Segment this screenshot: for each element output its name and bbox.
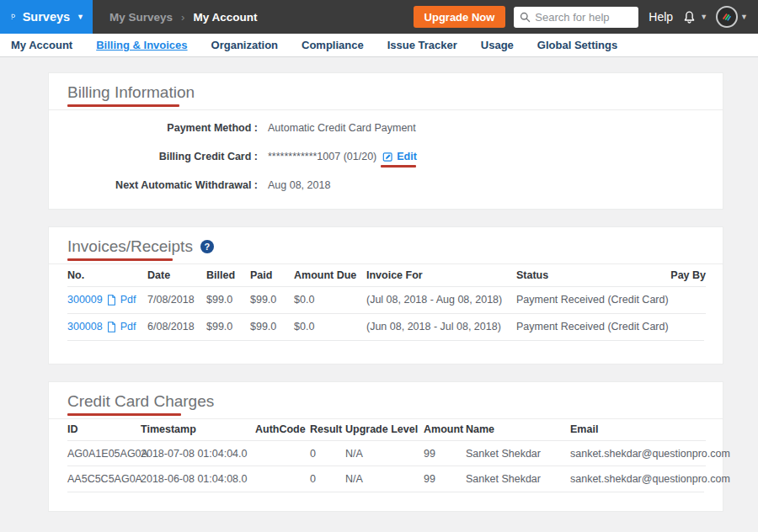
col-name: Name <box>466 419 570 441</box>
invoices-receipts-header: Invoices/Receipts? <box>49 227 723 264</box>
avatar-logo-icon <box>721 11 733 23</box>
col-upgrade-level: Upgrade Level <box>345 419 424 441</box>
red-annotation-underline <box>67 104 179 107</box>
col-status: Status <box>516 264 668 286</box>
edit-link[interactable]: Edit <box>397 151 417 162</box>
tab-my-account[interactable]: My Account <box>11 39 72 51</box>
charge-id: AG0A1E05AG0A <box>67 441 141 466</box>
next-withdrawal-row: Next Automatic Withdrawal : Aug 08, 2018 <box>67 171 704 200</box>
charge-authcode <box>255 441 310 466</box>
credit-card-charges-header: Credit Card Charges <box>49 382 723 419</box>
charge-row: AA5C5C5AG0A 2018-06-08 01:04:08.0 0 N/A … <box>67 466 706 492</box>
help-question-icon[interactable]: ? <box>200 240 214 253</box>
breadcrumb-current: My Account <box>193 11 257 24</box>
breadcrumb-parent[interactable]: My Surveys <box>109 11 173 24</box>
billing-information-card: Billing Information Payment Method : Aut… <box>48 72 723 210</box>
red-annotation-underline <box>67 258 173 261</box>
col-amount: Amount <box>424 419 466 441</box>
account-nav-tabs: My Account Billing & Invoices Organizati… <box>0 34 758 57</box>
charge-name: Sanket Shekdar <box>466 441 570 466</box>
charge-amount: 99 <box>424 466 466 492</box>
red-annotation-underline <box>67 413 181 416</box>
invoice-status: Payment Received (Credit Card) <box>516 313 668 340</box>
tab-billing-invoices[interactable]: Billing & Invoices <box>96 39 187 51</box>
charges-header-row: ID Timestamp AuthCode Result Upgrade Lev… <box>67 419 706 441</box>
notifications-menu[interactable]: ▼ <box>681 8 707 25</box>
tab-global-settings[interactable]: Global Settings <box>537 39 617 51</box>
charge-authcode <box>255 466 310 492</box>
edit-pencil-icon <box>382 152 393 162</box>
col-id: ID <box>67 419 141 441</box>
billing-credit-card-value: ************1007 (01/20) Edit <box>268 151 417 162</box>
payment-method-row: Payment Method : Automatic Credit Card P… <box>67 114 704 142</box>
charge-upgrade-level: N/A <box>345 466 424 492</box>
pdf-file-icon <box>107 322 116 332</box>
upgrade-now-button[interactable]: Upgrade Now <box>414 6 506 28</box>
invoice-pay-by <box>668 286 706 313</box>
col-date: Date <box>147 264 206 286</box>
billing-information-title: Billing Information <box>67 83 195 102</box>
tab-usage[interactable]: Usage <box>481 39 514 51</box>
billing-credit-card-row: Billing Credit Card : ************1007 (… <box>67 142 704 171</box>
chevron-down-icon: ▼ <box>77 13 84 21</box>
invoice-number-link[interactable]: 300008 <box>67 321 103 332</box>
col-email: Email <box>570 419 706 441</box>
col-authcode: AuthCode <box>255 419 310 441</box>
invoices-header-row: No. Date Billed Paid Amount Due Invoice … <box>67 264 706 286</box>
avatar <box>716 6 738 28</box>
tab-organization[interactable]: Organization <box>211 39 278 51</box>
invoice-date: 7/08/2018 <box>147 286 206 313</box>
tab-issue-tracker[interactable]: Issue Tracker <box>387 39 457 51</box>
payment-method-label: Payment Method : <box>67 122 258 134</box>
pdf-link[interactable]: Pdf <box>120 321 136 332</box>
pdf-file-icon <box>107 295 116 306</box>
col-amount-due: Amount Due <box>294 264 366 286</box>
tab-compliance[interactable]: Compliance <box>302 39 364 51</box>
credit-card-charges-title: Credit Card Charges <box>67 392 214 411</box>
breadcrumb-separator-icon: › <box>181 11 184 24</box>
col-billed: Billed <box>206 264 250 286</box>
chevron-down-icon: ▼ <box>740 13 748 21</box>
invoice-paid: $99.0 <box>250 286 294 313</box>
invoice-date: 6/08/2018 <box>147 313 206 340</box>
invoice-period: (Jul 08, 2018 - Aug 08, 2018) <box>366 286 516 313</box>
pdf-link[interactable]: Pdf <box>120 294 136 306</box>
invoice-row: 300008 Pdf 6/08/2018 $99.0 $99.0 $0.0 (J… <box>67 313 706 340</box>
invoices-table-wrap: No. Date Billed Paid Amount Due Invoice … <box>49 264 723 340</box>
search-input[interactable] <box>535 11 629 24</box>
invoice-amount-due: $0.0 <box>294 286 366 313</box>
col-result: Result <box>310 419 345 441</box>
charge-amount: 99 <box>424 441 466 466</box>
invoice-amount-due: $0.0 <box>294 313 366 340</box>
invoice-billed: $99.0 <box>206 286 250 313</box>
bell-icon <box>681 8 697 25</box>
col-no: No. <box>67 264 147 286</box>
charge-email: sanket.shekdar@questionpro.com <box>570 441 706 466</box>
charge-upgrade-level: N/A <box>345 441 424 466</box>
help-link[interactable]: Help <box>649 10 673 24</box>
invoices-table: No. Date Billed Paid Amount Due Invoice … <box>67 264 706 340</box>
product-switcher[interactable]: Surveys ▼ <box>0 0 93 34</box>
billing-information-body: Payment Method : Automatic Credit Card P… <box>49 110 723 209</box>
col-pay-by: Pay By <box>668 264 706 286</box>
red-annotation-underline <box>381 165 416 168</box>
edit-credit-card-action[interactable]: Edit <box>382 151 417 162</box>
account-menu[interactable]: ▼ <box>716 6 748 28</box>
charge-timestamp: 2018-07-08 01:04:04.0 <box>141 441 255 466</box>
col-timestamp: Timestamp <box>141 419 255 441</box>
invoices-receipts-title: Invoices/Receipts <box>67 237 193 256</box>
page-content: Billing Information Payment Method : Aut… <box>0 57 758 512</box>
credit-card-charges-card: Credit Card Charges ID Timestamp AuthCod… <box>48 381 723 512</box>
breadcrumb: My Surveys › My Account <box>109 11 257 24</box>
invoice-period: (Jun 08, 2018 - Jul 08, 2018) <box>366 313 516 340</box>
help-search-box[interactable] <box>514 7 638 28</box>
next-withdrawal-value: Aug 08, 2018 <box>268 179 330 191</box>
invoice-number-link[interactable]: 300009 <box>67 294 103 306</box>
billing-credit-card-label: Billing Credit Card : <box>67 151 258 162</box>
payment-method-value: Automatic Credit Card Payment <box>268 122 416 134</box>
charge-email: sanket.shekdar@questionpro.com <box>570 466 706 492</box>
col-invoice-for: Invoice For <box>366 264 516 286</box>
col-paid: Paid <box>250 264 294 286</box>
chevron-down-icon: ▼ <box>700 13 707 21</box>
charge-id: AA5C5C5AG0A <box>67 466 141 492</box>
